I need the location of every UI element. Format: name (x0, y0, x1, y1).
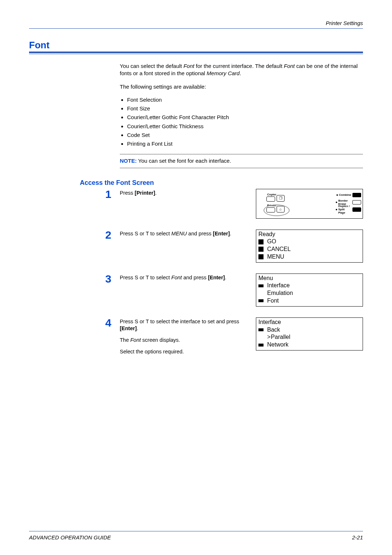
copier-button (266, 197, 275, 202)
text: . (137, 325, 138, 331)
lcd-marker-blank (258, 291, 264, 296)
step-1: 1 Press [Printer]. Copier ❐ Printer ⌂ (105, 189, 363, 219)
italic-memory-card: Memory Card (207, 70, 240, 76)
lcd-item: CANCEL (267, 246, 291, 253)
copier-icon: ❐ (277, 195, 285, 202)
note-label: NOTE: (120, 158, 137, 164)
list-item: Font Selection (127, 96, 363, 104)
text: . (155, 190, 157, 196)
lcd-row: MENU (258, 253, 360, 261)
lcd-row: Parallel (258, 333, 360, 341)
intro-paragraph-2: The following settings are available: (120, 83, 363, 90)
footer-rule (29, 531, 363, 531)
header-rule (29, 28, 363, 29)
lcd-interface: Interface Back Parallel Network (256, 317, 363, 351)
lcd-title: Interface (258, 319, 360, 326)
lcd-marker-icon (258, 284, 264, 287)
lcd-marker-icon (258, 328, 264, 331)
step-text-2: The Font screen displays. (120, 337, 251, 344)
step-text: Press [Printer]. (120, 190, 251, 197)
text: Press S or T to select the interface to … (120, 319, 239, 324)
lcd-item: Font (267, 297, 279, 305)
italic-font: Font (130, 337, 141, 343)
bold-enter: [Enter] (208, 275, 225, 280)
italic-menu: MENU (171, 231, 187, 236)
list-item: Printing a Font List (127, 140, 363, 147)
italic-font: Font (171, 275, 182, 280)
lcd-marker-blank (258, 335, 264, 340)
footer-left: ADVANCED OPERATION GUIDE (29, 534, 111, 540)
lcd-menu: Menu Interface Emulation Font (256, 274, 363, 307)
note-block: NOTE: You can set the font for each inte… (120, 154, 363, 168)
copier-label: Copier (267, 193, 276, 196)
step-number: 1 (105, 189, 120, 200)
intro-paragraph-1: You can select the default Font for the … (120, 62, 363, 77)
lcd-item: Interface (267, 282, 290, 289)
step-text: Press S or T to select the interface to … (120, 318, 251, 332)
text: for the current interface. The default (194, 63, 284, 69)
text: Press S or T to select (120, 275, 171, 280)
settings-list: Font Selection Font Size Courier/Letter … (120, 96, 363, 148)
text: You can select the default (120, 63, 183, 69)
step-number: 4 (105, 317, 120, 328)
step-number: 3 (105, 274, 120, 284)
lcd-marker-icon (258, 344, 264, 347)
list-item: Code Set (127, 131, 363, 139)
text: Press (120, 190, 135, 196)
text: screen displays. (141, 337, 180, 343)
step-text: Press S or T to select MENU and press [E… (120, 230, 251, 238)
lcd-row: Interface (258, 282, 360, 289)
lcd-row: GO (258, 238, 360, 246)
lcd-marker-icon (258, 254, 264, 259)
lcd-row: Emulation (258, 289, 360, 297)
text: The (120, 337, 130, 343)
panel-key-combine: Combine (336, 191, 361, 199)
text: and press (182, 275, 208, 280)
list-item: Courier/Letter Gothic Thickness (127, 123, 363, 130)
lcd-marker-icon (258, 247, 264, 252)
bold-enter: [Enter] (213, 231, 230, 236)
lcd-item-selected: Parallel (267, 333, 290, 341)
step-2: 2 Press S or T to select MENU and press … (105, 230, 363, 263)
text: . (225, 275, 226, 280)
lcd-item: Network (267, 341, 289, 349)
lcd-item: Back (267, 326, 280, 334)
list-item: Font Size (127, 105, 363, 112)
footer-right: 2-21 (352, 534, 363, 540)
text: and press (187, 231, 213, 236)
text: Press S or T to select (120, 231, 171, 236)
note-text: You can set the font for each interface. (137, 158, 231, 164)
title-rule (29, 52, 363, 53)
lcd-marker-icon (258, 299, 264, 302)
text: . (240, 70, 241, 76)
lcd-item: MENU (267, 253, 284, 261)
lcd-item: GO (267, 238, 276, 246)
lcd-title: Ready (258, 231, 360, 238)
lcd-row: CANCEL (258, 246, 360, 253)
lcd-row: Back (258, 326, 360, 334)
step-4: 4 Press S or T to select the interface t… (105, 317, 363, 360)
list-item: Courier/Letter Gothic Font Character Pit… (127, 114, 363, 121)
lcd-title: Menu (258, 275, 360, 282)
page-footer: ADVANCED OPERATION GUIDE 2-21 (29, 531, 363, 540)
page-title: Font (29, 40, 363, 51)
step-number: 2 (105, 230, 120, 240)
step-text-3: Select the options required. (120, 348, 251, 356)
lcd-ready: Ready GO CANCEL MENU (256, 230, 363, 263)
step-3: 3 Press S or T to select Font and press … (105, 274, 363, 307)
text: . (230, 231, 231, 236)
lcd-item: Emulation (267, 289, 293, 297)
italic-font: Font (284, 63, 295, 69)
bold-enter: [Enter] (120, 325, 137, 331)
italic-font: Font (183, 63, 194, 69)
panel-key-duplex: Duplex / Split Page (336, 206, 361, 213)
step-text: Press S or T to select Font and press [E… (120, 274, 251, 281)
header-section: Printer Settings (29, 20, 363, 26)
lcd-marker-icon (258, 239, 264, 244)
lcd-row: Font (258, 297, 360, 305)
highlight-oval (264, 204, 290, 216)
key-label: Combine (339, 193, 351, 197)
control-panel-diagram: Copier ❐ Printer ⌂ Combine Border Er (256, 189, 363, 219)
subheading: Access the Font Screen (80, 179, 363, 187)
key-label: Duplex / Split Page (338, 204, 351, 214)
